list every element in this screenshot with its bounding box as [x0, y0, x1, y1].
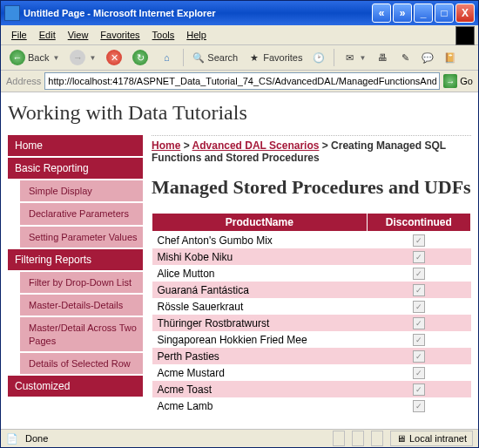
refresh-button[interactable]: ↻: [129, 48, 152, 67]
nav-filter-dropdown[interactable]: Filter by Drop-Down List: [20, 272, 143, 295]
close-button[interactable]: X: [455, 3, 475, 23]
checkbox-disabled: ✓: [413, 234, 425, 247]
menu-help[interactable]: Help: [181, 28, 212, 42]
edit-button[interactable]: ✎: [395, 50, 415, 65]
cell-discontinued: ✓: [367, 381, 470, 397]
cell-discontinued: ✓: [367, 331, 470, 348]
search-icon: 🔍: [192, 51, 205, 64]
checkbox-disabled: ✓: [413, 384, 425, 396]
nav-declarative-parameters[interactable]: Declarative Parameters: [20, 203, 143, 226]
favorites-label: Favorites: [263, 52, 302, 63]
nav-simple-display[interactable]: Simple Display: [20, 180, 143, 203]
titlebar: Untitled Page - Microsoft Internet Explo…: [1, 1, 478, 25]
checkbox-disabled: ✓: [413, 268, 425, 280]
stop-icon: ✕: [106, 50, 122, 65]
home-button[interactable]: ⌂: [155, 48, 178, 67]
content-title: Managed Stored Procedures and UDFs: [152, 176, 471, 199]
aux2-button[interactable]: »: [393, 3, 412, 23]
content-area[interactable]: Working with Data Tutorials Home Basic R…: [1, 92, 478, 429]
menu-tools[interactable]: Tools: [147, 28, 180, 42]
window-title: Untitled Page - Microsoft Internet Explo…: [24, 8, 372, 18]
go-icon: →: [443, 74, 457, 88]
table-row: Perth Pasties✓: [152, 348, 471, 364]
home-icon: ⌂: [159, 50, 174, 65]
cell-productname: Thüringer Rostbratwurst: [152, 315, 368, 331]
mail-icon: ✉: [343, 51, 355, 64]
edit-icon: ✎: [399, 51, 411, 64]
forward-button[interactable]: →▼: [66, 48, 99, 67]
stop-button[interactable]: ✕: [103, 48, 125, 67]
cell-discontinued: ✓: [367, 397, 470, 414]
cell-discontinued: ✓: [367, 265, 470, 282]
menu-view[interactable]: View: [63, 28, 94, 42]
table-row: Alice Mutton✓: [152, 265, 471, 282]
toolbar-separator: [334, 49, 334, 66]
ie-icon: [4, 5, 20, 21]
aux1-button[interactable]: «: [372, 3, 391, 23]
go-button[interactable]: →Go: [443, 74, 473, 88]
breadcrumb-home[interactable]: Home: [152, 139, 180, 152]
print-button[interactable]: 🖶: [373, 50, 392, 65]
nav-home[interactable]: Home: [8, 135, 143, 158]
cell-discontinued: ✓: [367, 298, 470, 315]
products-table: ProductName Discontinued Chef Anton's Gu…: [152, 213, 471, 414]
cell-productname: Perth Pasties: [152, 348, 368, 364]
cell-discontinued: ✓: [367, 232, 470, 249]
col-productname: ProductName: [152, 214, 368, 232]
checkbox-disabled: ✓: [413, 251, 425, 263]
menu-favorites[interactable]: Favorites: [95, 28, 145, 42]
nav-setting-parameter-values[interactable]: Setting Parameter Values: [20, 227, 143, 249]
fwd-dropdown-icon[interactable]: ▼: [89, 54, 96, 62]
checkbox-disabled: ✓: [413, 284, 425, 296]
search-label: Search: [207, 52, 238, 63]
cell-productname: Mishi Kobe Niku: [152, 248, 368, 265]
menubar: File Edit View Favorites Tools Help: [1, 25, 478, 45]
discuss-icon: 💬: [422, 51, 434, 64]
forward-icon: →: [70, 50, 85, 65]
nav-master-detail-two-pages[interactable]: Master/Detail Across Two Pages: [20, 317, 143, 353]
status-seg: [352, 431, 364, 446]
checkbox-disabled: ✓: [413, 334, 425, 346]
toolbar: ←Back▼ →▼ ✕ ↻ ⌂ 🔍Search ★Favorites 🕑 ✉▼ …: [1, 45, 478, 71]
table-row: Mishi Kobe Niku✓: [152, 248, 471, 265]
research-button[interactable]: 📔: [441, 50, 460, 65]
cell-productname: Acme Lamb: [152, 397, 368, 414]
discuss-button[interactable]: 💬: [418, 50, 437, 65]
table-row: Acme Lamb✓: [152, 397, 471, 414]
nav-basic-reporting[interactable]: Basic Reporting: [8, 158, 143, 180]
table-row: Rössle Sauerkraut✓: [152, 298, 471, 315]
nav-master-details-details[interactable]: Master-Details-Details: [20, 295, 143, 317]
refresh-icon: ↻: [132, 50, 148, 65]
checkbox-disabled: ✓: [413, 367, 425, 379]
nav-filtering-reports[interactable]: Filtering Reports: [8, 249, 143, 272]
cell-discontinued: ✓: [367, 248, 470, 265]
status-seg: [371, 431, 383, 446]
nav-customized[interactable]: Customized: [8, 376, 143, 398]
nav-details-selected-row[interactable]: Details of Selected Row: [20, 353, 143, 376]
minimize-button[interactable]: _: [414, 3, 433, 23]
favorites-button[interactable]: ★Favorites: [245, 50, 306, 65]
back-icon: ←: [10, 50, 25, 65]
cell-productname: Alice Mutton: [152, 265, 368, 282]
sidebar: Home Basic Reporting Simple Display Decl…: [8, 135, 143, 414]
menu-edit[interactable]: Edit: [34, 28, 61, 42]
history-button[interactable]: 🕑: [309, 50, 328, 65]
back-dropdown-icon[interactable]: ▼: [52, 54, 59, 62]
table-row: Acme Mustard✓: [152, 364, 471, 381]
menu-file[interactable]: File: [6, 28, 32, 42]
breadcrumb-adv[interactable]: Advanced DAL Scenarios: [192, 139, 320, 152]
search-button[interactable]: 🔍Search: [189, 50, 241, 65]
zone-indicator: 🖥Local intranet: [390, 431, 473, 446]
mail-button[interactable]: ✉▼: [340, 50, 369, 65]
cell-discontinued: ✓: [367, 315, 470, 331]
back-button[interactable]: ←Back▼: [6, 48, 63, 67]
checkbox-disabled: ✓: [413, 350, 425, 363]
throbber-icon: [455, 26, 475, 45]
address-input[interactable]: [44, 72, 440, 90]
maximize-button[interactable]: □: [435, 3, 454, 23]
checkbox-disabled: ✓: [413, 317, 425, 329]
table-row: Singaporean Hokkien Fried Mee✓: [152, 331, 471, 348]
research-icon: 📔: [444, 51, 456, 64]
addressbar: Address →Go: [1, 71, 478, 92]
back-label: Back: [28, 52, 49, 63]
